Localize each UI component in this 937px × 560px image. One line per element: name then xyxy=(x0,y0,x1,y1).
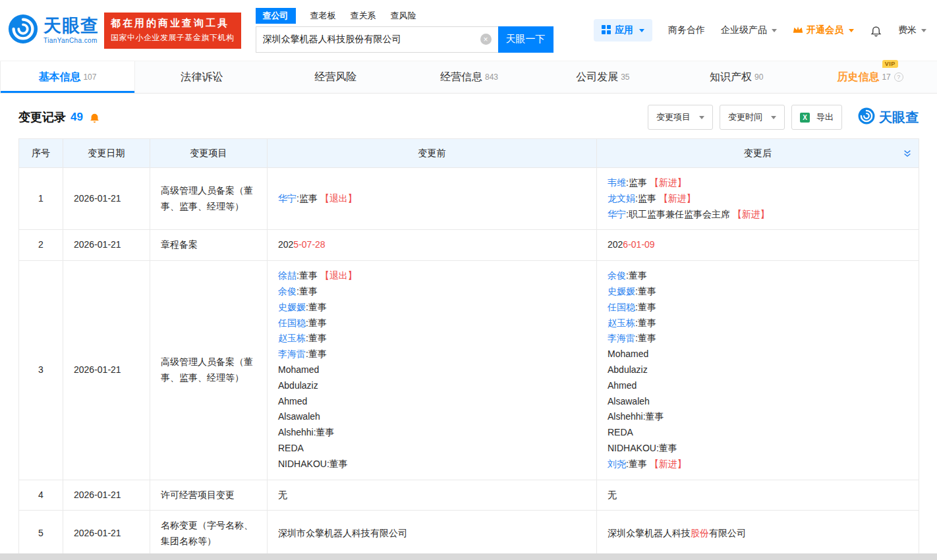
tab-label: 基本信息 xyxy=(38,70,80,84)
cell-text: :董事 xyxy=(635,318,656,328)
person-link[interactable]: 余俊 xyxy=(278,286,297,296)
person-link[interactable]: 龙文娟 xyxy=(608,193,635,204)
cell-text: NIDHAKOU:董事 xyxy=(278,459,348,469)
cell-text: :职工监事兼任监事会主席 xyxy=(626,209,733,219)
user-menu[interactable]: 费米 xyxy=(898,24,926,36)
promo-banner: 都在用的商业查询工具 国家中小企业发展子基金旗下机构 xyxy=(104,13,241,49)
person-link[interactable]: 徐喆 xyxy=(278,270,297,281)
person-link[interactable]: 华宁 xyxy=(278,193,297,204)
notification-bell-icon[interactable] xyxy=(870,24,882,37)
cell-before: 徐喆:董事 【退出】余俊:董事史媛媛:董事任国稳:董事赵玉栋:董事李海雷:董事M… xyxy=(268,261,597,480)
cell-project: 章程备案 xyxy=(150,230,268,261)
search-tab-relation[interactable]: 查关系 xyxy=(351,10,376,22)
person-link[interactable]: 史媛媛 xyxy=(278,302,306,312)
tab-history-info[interactable]: VIP 历史信息 17 xyxy=(803,61,937,93)
col-header-after: 变更后 xyxy=(597,139,919,168)
table-row: 32026-01-21高级管理人员备案（董事、监事、经理等）徐喆:董事 【退出】… xyxy=(19,261,919,480)
cell-text: :董事 xyxy=(306,302,327,312)
person-link[interactable]: 余俊 xyxy=(608,270,626,281)
tab-label: 法律诉讼 xyxy=(181,70,223,84)
chevron-down-icon xyxy=(771,116,776,119)
person-link[interactable]: 刘尧 xyxy=(608,459,626,469)
tab-operating-risk[interactable]: 经营风险 xyxy=(269,61,403,93)
tab-intellectual-property[interactable]: 知识产权 90 xyxy=(669,61,803,93)
cell-after: 深圳众擎机器人科技股份有限公司 xyxy=(597,511,919,557)
cell-line: Mohamed xyxy=(608,347,908,362)
export-button[interactable]: 导出 xyxy=(791,105,842,130)
cell-seq: 5 xyxy=(19,511,63,557)
person-link[interactable]: 赵玉栋 xyxy=(278,333,306,343)
cell-after: 2026-01-09 xyxy=(597,230,919,261)
person-link[interactable]: 赵玉栋 xyxy=(608,318,635,328)
search-input[interactable] xyxy=(263,34,480,45)
change-highlight: 股份 xyxy=(691,528,709,538)
person-link[interactable]: 任国稳 xyxy=(278,318,306,328)
apps-label: 应用 xyxy=(615,24,633,36)
tab-legal-proceedings[interactable]: 法律诉讼 xyxy=(135,61,269,93)
section-count: 49 xyxy=(71,111,83,124)
tab-basic-info[interactable]: 基本信息 107 xyxy=(0,61,135,93)
cell-date: 2026-01-21 xyxy=(63,230,150,261)
chevron-down-icon xyxy=(639,29,644,32)
person-link[interactable]: 任国稳 xyxy=(608,302,635,312)
filter-change-project[interactable]: 变更项目 xyxy=(648,105,713,130)
person-link[interactable]: 李海雷 xyxy=(608,333,635,343)
person-link[interactable]: 华宁 xyxy=(608,209,626,219)
cell-line: 任国稳:董事 xyxy=(278,316,586,331)
cell-text: Ahmed xyxy=(278,396,307,406)
vip-upgrade-link[interactable]: 开通会员 xyxy=(793,24,854,36)
clear-search-icon[interactable] xyxy=(480,34,492,45)
header-right: 应用 商务合作 企业级产品 开通会员 xyxy=(594,19,926,42)
search-tab-boss[interactable]: 查老板 xyxy=(310,10,336,22)
business-cooperation-link[interactable]: 商务合作 xyxy=(668,24,705,36)
search-tab-company[interactable]: 查公司 xyxy=(256,8,296,24)
collapse-double-chevron-icon[interactable] xyxy=(903,149,912,158)
excel-icon xyxy=(800,113,810,123)
cell-text: REDA xyxy=(278,443,304,453)
cell-line: 余俊:董事 xyxy=(278,284,586,300)
vip-label: 开通会员 xyxy=(807,24,843,36)
filter-change-time[interactable]: 变更时间 xyxy=(720,105,785,130)
cell-after: 韦维:监事 【新进】龙文娟:监事 【新进】华宁:职工监事兼任监事会主席 【新进】 xyxy=(597,168,919,230)
cell-text: 202 xyxy=(278,239,293,250)
tab-business-info[interactable]: 经营信息 843 xyxy=(403,61,536,93)
tianyancha-logo[interactable]: 天眼查 TianYanCha.com xyxy=(8,14,99,47)
brand-watermark: 天眼查 xyxy=(858,107,919,127)
banner-line1: 都在用的商业查询工具 xyxy=(111,17,235,30)
cell-line: REDA xyxy=(278,441,586,457)
enterprise-label: 企业级产品 xyxy=(721,24,767,36)
tab-label: 历史信息 xyxy=(837,70,879,84)
chevron-down-icon xyxy=(772,29,777,32)
apps-button[interactable]: 应用 xyxy=(594,19,652,42)
cell-text: Alsawaleh xyxy=(278,411,320,422)
cell-text: :监事 xyxy=(635,193,659,204)
search-tab-risk[interactable]: 查风险 xyxy=(391,10,416,22)
tab-label: 公司发展 xyxy=(576,70,618,84)
tab-company-development[interactable]: 公司发展 35 xyxy=(536,61,669,93)
filter-label: 变更时间 xyxy=(728,111,762,123)
grid-icon xyxy=(602,25,611,36)
tab-label: 经营风险 xyxy=(314,70,356,84)
person-link[interactable]: 李海雷 xyxy=(278,349,306,359)
tab-count: 90 xyxy=(754,72,763,82)
cell-text: Alshehhi:董事 xyxy=(608,411,664,422)
logo-title: 天眼查 xyxy=(43,17,99,35)
search-button[interactable]: 天眼一下 xyxy=(498,26,554,53)
cell-text: 深圳众擎机器人科技 xyxy=(608,528,691,538)
change-highlight: 【退出】 xyxy=(320,193,357,204)
search-tabs: 查公司 查老板 查关系 查风险 xyxy=(256,9,554,23)
cell-before: 2025-07-28 xyxy=(268,230,597,261)
enterprise-product-link[interactable]: 企业级产品 xyxy=(721,24,777,36)
section-actions: 变更项目 变更时间 导出 天眼查 xyxy=(648,105,919,130)
tab-label: 经营信息 xyxy=(440,70,482,84)
cell-text: NIDHAKOU:董事 xyxy=(608,443,677,453)
horizontal-scrollbar[interactable] xyxy=(0,553,937,560)
table-row: 22026-01-21章程备案2025-07-282026-01-09 xyxy=(19,230,919,261)
person-link[interactable]: 韦维 xyxy=(608,177,626,188)
cell-text: :董事 xyxy=(297,270,320,281)
subscribe-bell-icon[interactable] xyxy=(89,112,100,123)
cell-text: :董事 xyxy=(306,318,327,328)
person-link[interactable]: 史媛媛 xyxy=(608,286,635,296)
cell-line: 深圳市众擎机器人科技有限公司 xyxy=(278,526,586,542)
chevron-down-icon xyxy=(699,116,704,119)
